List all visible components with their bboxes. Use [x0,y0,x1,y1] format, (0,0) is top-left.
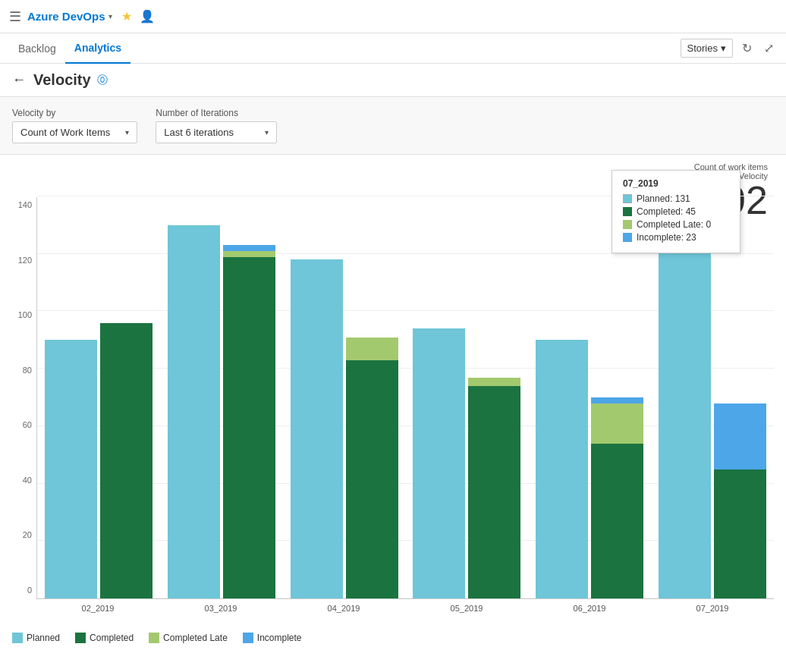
chart-inner: 02_201903_201904_201905_201906_201907_20… [36,197,774,613]
velocity-by-value: Count of Work Items [20,127,110,138]
legend-swatch [12,633,23,643]
bar-stack [223,245,275,598]
bar-planned[interactable] [291,259,343,598]
iterations-chevron-icon: ▾ [265,128,269,137]
legend-label: Completed [90,633,134,643]
page-header: ← Velocity ⓪ [0,64,786,97]
bar-stack [346,338,398,598]
y-axis-label: 60 [12,420,36,429]
bar-completed [591,444,643,598]
legend-item: Incomplete [243,633,302,643]
nav-tabs: Backlog Analytics Stories ▾ ↻ ⤢ [0,33,786,64]
bar-planned[interactable] [536,340,588,598]
legend-swatch [149,633,159,643]
y-axis-label: 140 [12,200,36,209]
tooltip-label: Completed Late: 0 [637,219,711,230]
bar-stack [591,397,643,598]
legend-item: Completed [75,633,134,643]
bar-group[interactable] [413,328,520,598]
y-axis-label: 40 [12,476,36,485]
page-title: Velocity [33,71,91,89]
legend-item: Completed Late [149,633,228,643]
iterations-select[interactable]: Last 6 iterations ▾ [156,121,277,143]
legend-swatch [75,633,86,643]
app-name[interactable]: Azure DevOps [27,10,105,23]
bar-completed-late [591,404,643,444]
x-axis-label: 03_2019 [167,604,275,613]
bar-completed [100,323,152,598]
bar-stack [714,404,766,598]
tab-analytics[interactable]: Analytics [65,33,130,64]
bar-completed [714,469,766,598]
tooltip-swatch [623,207,632,216]
tooltip-swatch [623,220,632,229]
stories-label: Stories [687,42,718,54]
bar-completed-late [223,251,275,257]
bar-stack [468,378,520,598]
tooltip-swatch [623,194,632,203]
legend-label: Incomplete [257,633,302,643]
bar-group[interactable] [168,225,275,598]
iterations-value: Last 6 iterations [164,127,234,138]
bar-completed [346,360,398,598]
bar-completed-late [468,378,520,386]
menu-icon: ☰ [9,8,21,25]
help-icon[interactable]: ⓪ [97,74,108,87]
legend-swatch [243,633,253,643]
velocity-by-label: Velocity by [12,108,137,118]
x-labels: 02_201903_201904_201905_201906_201907_20… [36,599,774,613]
bar-incomplete [714,404,766,469]
bars-container [36,197,774,599]
tab-backlog[interactable]: Backlog [9,33,65,64]
legend-label: Planned [27,633,60,643]
x-axis-label: 04_2019 [290,604,398,613]
x-axis-label: 06_2019 [536,604,643,613]
tooltip-label: Planned: 131 [637,193,690,204]
velocity-by-select[interactable]: Count of Work Items ▾ [12,121,137,143]
tooltip-row: Completed: 45 [623,206,729,217]
bar-group[interactable] [291,259,398,598]
tooltip-row: Completed Late: 0 [623,219,729,230]
bar-stack [100,323,152,598]
y-axis-label: 0 [12,586,36,595]
iterations-group: Number of Iterations Last 6 iterations ▾ [156,108,277,143]
y-axis-label: 80 [12,366,36,375]
top-bar: ☰ Azure DevOps ▾ ★ 👤 [0,0,786,33]
bar-incomplete [223,245,275,251]
tooltip-title: 07_2019 [623,178,729,189]
bar-planned[interactable] [413,328,465,598]
y-axis-label: 20 [12,530,36,539]
y-axis-label: 120 [12,256,36,265]
legend-item: Planned [12,633,60,643]
bar-incomplete [591,397,643,404]
controls: Velocity by Count of Work Items ▾ Number… [0,97,786,155]
tooltip-row: Planned: 131 [623,193,729,204]
tooltip-swatch [623,233,632,242]
tooltip-label: Incomplete: 23 [637,232,696,243]
bar-completed [468,386,520,598]
tooltip-label: Completed: 45 [637,206,696,217]
chart-wrapper: 020406080100120140 02_201903_201904_2019… [12,197,774,613]
refresh-icon[interactable]: ↻ [739,38,755,58]
legend: PlannedCompletedCompleted LateIncomplete [0,625,786,649]
expand-icon[interactable]: ⤢ [761,38,777,58]
bar-planned[interactable] [659,222,711,598]
app-chevron-icon[interactable]: ▾ [108,12,112,20]
bar-group[interactable] [536,340,643,598]
stories-dropdown[interactable]: Stories ▾ [681,39,733,58]
velocity-by-group: Velocity by Count of Work Items ▾ [12,108,137,143]
bar-group[interactable] [45,323,152,598]
tooltip-row: Incomplete: 23 [623,232,729,243]
bar-completed [223,257,275,599]
favorite-icon[interactable]: ★ [121,9,132,24]
velocity-by-chevron-icon: ▾ [125,128,129,137]
person-icon[interactable]: 👤 [140,9,155,24]
x-axis-label: 07_2019 [659,604,766,613]
bar-completed-late [346,338,398,360]
legend-label: Completed Late [163,633,228,643]
bar-planned[interactable] [168,225,220,598]
back-button[interactable]: ← [12,72,26,88]
nav-actions: Stories ▾ ↻ ⤢ [681,38,777,58]
bar-planned[interactable] [45,340,97,598]
bar-group[interactable] [659,222,766,598]
